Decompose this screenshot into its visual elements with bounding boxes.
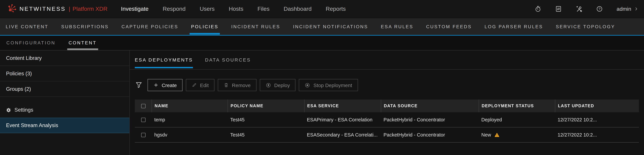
sidebar-item-content-library[interactable]: Content Library <box>0 50 130 66</box>
deploy-button[interactable]: Deploy <box>260 79 296 91</box>
column-header-policy-name[interactable]: POLICY NAME <box>228 100 304 112</box>
nav3-content[interactable]: CONTENT <box>68 36 97 50</box>
tab-data-sources[interactable]: DATA SOURCES <box>205 50 251 69</box>
warning-icon <box>494 132 500 137</box>
app: NETWITNESS | Platform XDR Investigate Re… <box>0 0 644 155</box>
table-body: temp Test45 ESAPrimary - ESA Correlation… <box>135 112 639 142</box>
sidebar-settings-label: Settings <box>14 107 33 113</box>
column-header-last-updated[interactable]: LAST UPDATED <box>555 100 639 112</box>
admin-tools-icon[interactable] <box>576 6 583 12</box>
nav2-custom-feeds[interactable]: CUSTOM FEEDS <box>426 18 472 35</box>
cell-deployment-status: New <box>479 128 555 142</box>
sidebar: Content Library Policies (3) Groups (2) <box>0 50 130 155</box>
create-button[interactable]: Create <box>148 79 182 91</box>
sidebar-item-label: Event Stream Analysis <box>6 122 58 128</box>
cell-data-source: PacketHybrid - Concentrator <box>381 112 479 127</box>
cell-esa-service: ESASecondary - ESA Correlati... <box>304 128 381 142</box>
sidebar-item-label: Groups (2) <box>6 86 31 92</box>
deploy-button-label: Deploy <box>274 82 290 88</box>
edit-button[interactable]: Edit <box>186 79 214 91</box>
remove-button-label: Remove <box>232 82 251 88</box>
primary-nav: Investigate Respond Users Hosts Files Da… <box>121 6 346 12</box>
cell-data-source: PacketHybrid - Concentrator <box>381 128 479 142</box>
filter-icon[interactable] <box>135 81 143 89</box>
sidebar-settings-header[interactable]: Settings <box>0 102 130 118</box>
brand-divider: | <box>69 6 70 12</box>
table-row[interactable]: temp Test45 ESAPrimary - ESA Correlation… <box>135 112 639 128</box>
main-panel: ESA DEPLOYMENTS DATA SOURCES Create <box>130 50 644 155</box>
nav2-live-content[interactable]: LIVE CONTENT <box>6 18 48 35</box>
tab-esa-deployments[interactable]: ESA DEPLOYMENTS <box>135 50 193 69</box>
top-bar-right: ? admin <box>534 6 644 12</box>
nav2-incident-rules[interactable]: INCIDENT RULES <box>231 18 280 35</box>
section-nav: CONFIGURATION CONTENT <box>0 36 644 50</box>
top-bar: NETWITNESS | Platform XDR Investigate Re… <box>0 0 644 18</box>
sidebar-item-policies[interactable]: Policies (3) <box>0 66 130 81</box>
nav-respond[interactable]: Respond <box>163 6 186 12</box>
user-name: admin <box>616 6 631 12</box>
row-checkbox[interactable] <box>141 133 145 137</box>
create-button-label: Create <box>162 82 177 88</box>
column-header-name[interactable]: NAME <box>152 100 228 112</box>
select-all-checkbox[interactable] <box>141 104 145 108</box>
cell-deployment-status: Deployed <box>479 112 555 127</box>
brand-name: NETWITNESS <box>20 6 66 12</box>
row-checkbox[interactable] <box>141 118 145 122</box>
user-menu[interactable]: admin <box>616 6 638 12</box>
nav-files[interactable]: Files <box>258 6 270 12</box>
column-header-esa-service[interactable]: ESA SERVICE <box>304 100 381 112</box>
cell-esa-service: ESAPrimary - ESA Correlation <box>304 112 381 127</box>
nav2-policies[interactable]: POLICIES <box>191 18 218 35</box>
deployments-table: NAME POLICY NAME ESA SERVICE DATA SOURCE… <box>135 100 639 142</box>
nav-reports[interactable]: Reports <box>326 6 346 12</box>
remove-button[interactable]: Remove <box>218 79 256 91</box>
deploy-icon <box>266 82 271 88</box>
nav2-log-parser-rules[interactable]: LOG PARSER RULES <box>484 18 543 35</box>
cell-last-updated: 12/27/2022 10:2... <box>555 128 639 142</box>
sidebar-item-event-stream-analysis[interactable]: Event Stream Analysis <box>0 118 130 133</box>
table-row[interactable]: hgsdv Test45 ESASecondary - ESA Correlat… <box>135 128 639 142</box>
nav2-incident-notifications[interactable]: INCIDENT NOTIFICATIONS <box>293 18 368 35</box>
plus-icon <box>153 82 159 88</box>
main-tabs: ESA DEPLOYMENTS DATA SOURCES <box>130 50 644 70</box>
nav3-configuration[interactable]: CONFIGURATION <box>6 36 56 50</box>
nav2-esa-rules[interactable]: ESA RULES <box>381 18 413 35</box>
cell-policy-name: Test45 <box>228 128 304 142</box>
edit-button-label: Edit <box>200 82 209 88</box>
row-select-cell <box>135 112 152 127</box>
nav2-service-topology[interactable]: SERVICE TOPOLOGY <box>556 18 615 35</box>
svg-text:?: ? <box>598 7 600 11</box>
stop-icon <box>305 82 310 88</box>
nav-users[interactable]: Users <box>200 6 214 12</box>
cell-name: hgsdv <box>152 128 228 142</box>
toolbar: Create Edit Remove <box>130 70 644 91</box>
row-select-cell <box>135 128 152 142</box>
netwitness-logo-icon <box>8 4 17 14</box>
stop-deployment-button-label: Stop Deployment <box>314 82 352 88</box>
help-icon[interactable]: ? <box>596 6 603 12</box>
content-area: Content Library Policies (3) Groups (2) <box>0 50 644 155</box>
pencil-icon <box>192 82 197 88</box>
timer-icon[interactable] <box>534 6 542 12</box>
nav2-subscriptions[interactable]: SUBSCRIPTIONS <box>61 18 109 35</box>
gear-icon <box>6 108 11 112</box>
cell-last-updated: 12/27/2022 10:2... <box>555 112 639 127</box>
column-header-deployment-status[interactable]: DEPLOYMENT STATUS <box>479 100 555 112</box>
admin-nav: LIVE CONTENT SUBSCRIPTIONS CAPTURE POLIC… <box>0 18 644 36</box>
select-all-cell <box>135 100 152 112</box>
sidebar-section-gap <box>0 97 130 102</box>
job-queue-icon[interactable] <box>555 6 562 12</box>
product-name: Platform XDR <box>72 6 108 12</box>
column-header-data-source[interactable]: DATA SOURCE <box>381 100 479 112</box>
sidebar-item-groups[interactable]: Groups (2) <box>0 81 130 97</box>
chevron-right-icon <box>634 6 638 12</box>
nav2-capture-policies[interactable]: CAPTURE POLICIES <box>122 18 178 35</box>
nav-hosts[interactable]: Hosts <box>229 6 243 12</box>
nav-dashboard[interactable]: Dashboard <box>284 6 312 12</box>
trash-icon <box>224 82 229 88</box>
nav-investigate[interactable]: Investigate <box>121 6 148 12</box>
stop-deployment-button[interactable]: Stop Deployment <box>299 79 358 91</box>
sidebar-item-label: Policies (3) <box>6 70 32 76</box>
table-header: NAME POLICY NAME ESA SERVICE DATA SOURCE… <box>135 100 639 112</box>
status-text: New <box>481 132 491 138</box>
